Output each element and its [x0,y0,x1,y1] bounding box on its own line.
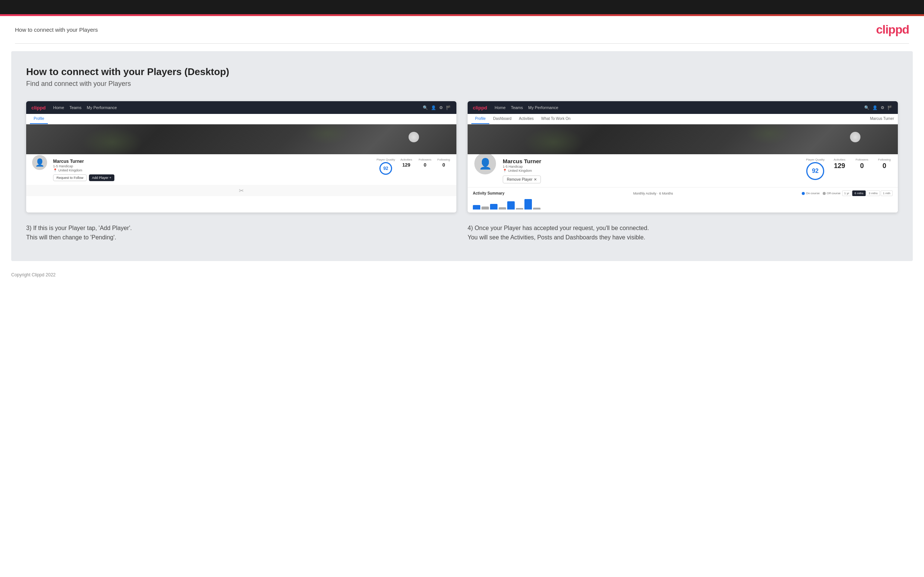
settings-icon-1[interactable]: ⚙ [439,105,443,110]
app-tabs-2: Profile Dashboard Activities What To Wor… [468,114,898,124]
followers-label-2: Followers [855,158,869,161]
chart-bars [473,198,893,210]
quality-circle-2: 92 [806,162,824,180]
page-header-title: How to connect with your Players [15,26,98,33]
time-1mth[interactable]: 1 mth [880,190,893,196]
time-6mths[interactable]: 6 mths [852,190,866,196]
remove-player-label: Remove Player [507,177,532,182]
following-stat-1: Following 0 [436,158,451,168]
location-pin-icon-1: 📍 [53,168,57,172]
hero-image-2 [468,124,898,154]
tab-whattoworkon-2[interactable]: What To Work On [538,114,575,124]
app-logo-2: clippd [473,105,487,111]
quality-stat-1: Player Quality 92 [376,158,395,175]
description-right-text: 4) Once your Player has accepted your re… [468,225,649,240]
avatar-2: 👤 [473,152,497,175]
profile-row-2: 👤 Marcus Turner 1-5 Handicap 📍 United Ki… [468,154,898,187]
nav-home-2[interactable]: Home [494,105,506,110]
copyright-text: Copyright Clippd 2022 [11,272,56,277]
user-dropdown-2[interactable]: Marcus Turner [870,114,894,124]
nav-teams-2[interactable]: Teams [511,105,523,110]
tab-activities-2[interactable]: Activities [515,114,537,124]
screenshot-2: clippd Home Teams My Performance 🔍 👤 ⚙ 🏴… [468,101,898,213]
time-3mths[interactable]: 3 mths [866,190,880,196]
main-content: How to connect with your Players (Deskto… [11,51,913,261]
description-right: 4) Once your Player has accepted your re… [468,224,898,242]
location-pin-icon-2: 📍 [503,169,507,172]
bar-7 [524,199,532,210]
flag-icon-1[interactable]: 🏴 [446,105,451,110]
scissors-icon: ✂ [239,187,244,194]
nav-home-1[interactable]: Home [53,105,64,110]
avatar-1: 👤 [31,154,48,171]
nav-icons-1: 🔍 👤 ⚙ 🏴 [423,105,451,110]
search-icon-2[interactable]: 🔍 [864,105,869,110]
followers-stat-1: Followers 0 [418,158,433,168]
flag-icon-2[interactable]: 🏴 [887,105,893,110]
profile-section-1: 👤 Marcus Turner 1-5 Handicap 📍 United Ki… [26,154,456,185]
settings-icon-2[interactable]: ⚙ [880,105,884,110]
screenshot-1: clippd Home Teams My Performance 🔍 👤 ⚙ 🏴… [26,101,456,213]
activities-label-1: Activities [399,158,414,161]
following-stat-2: Following 0 [877,158,892,170]
app-navbar-1: clippd Home Teams My Performance 🔍 👤 ⚙ 🏴 [26,101,456,114]
header-divider [15,44,909,44]
close-icon: ✕ [534,177,537,182]
player-name-1: Marcus Turner [53,159,367,164]
player-location-2: 📍 United Kingdom [503,169,800,172]
nav-teams-1[interactable]: Teams [69,105,81,110]
activity-title: Activity Summary [473,191,504,195]
nav-icons-2: 🔍 👤 ⚙ 🏴 [864,105,893,110]
activities-stat-2: Activities 129 [832,158,847,170]
descriptions-row: 3) If this is your Player tap, 'Add Play… [26,224,898,242]
tab-dashboard-2[interactable]: Dashboard [489,114,515,124]
description-left-text: 3) If this is your Player tap, 'Add Play… [26,225,132,240]
top-bar [0,0,924,14]
description-left: 3) If this is your Player tap, 'Add Play… [26,224,456,242]
add-player-button[interactable]: Add Player + [89,174,115,181]
app-nav-links-2: Home Teams My Performance [494,105,864,110]
player-name-2: Marcus Turner [503,158,800,164]
time-1yr[interactable]: 1 yr [842,190,851,196]
legend-oncourse: On course [802,192,820,195]
profile-info-2: Marcus Turner 1-5 Handicap 📍 United King… [503,158,800,184]
quality-circle-1: 92 [380,162,392,175]
nav-myperformance-2[interactable]: My Performance [528,105,559,110]
bar-4 [499,207,506,210]
hero-image-1 [26,124,456,154]
time-buttons: 1 yr 6 mths 3 mths 1 mth [842,190,893,196]
search-icon-1[interactable]: 🔍 [423,105,428,110]
user-icon-2[interactable]: 👤 [872,105,878,110]
stats-section-1: Player Quality 92 Activities 129 Followe… [373,158,451,175]
user-icon-1[interactable]: 👤 [431,105,436,110]
tab-profile-2[interactable]: Profile [471,114,489,124]
header: How to connect with your Players clippd [0,16,924,44]
screenshot-blank-1: ✂ [26,185,456,196]
page-subtitle: Find and connect with your Players [26,80,898,88]
followers-stat-2: Followers 0 [855,158,869,170]
stats-row-2: Player Quality 92 Activities 129 Followe… [806,158,892,180]
nav-myperformance-1[interactable]: My Performance [87,105,117,110]
tab-profile-1[interactable]: Profile [30,114,48,124]
quality-label-2: Player Quality [806,158,825,161]
quality-label-1: Player Quality [376,158,395,161]
bar-8 [533,208,541,210]
profile-info-1: Marcus Turner 1-5 Handicap 📍 United King… [53,158,367,181]
activities-label-2: Activities [832,158,847,161]
player-handicap-1: 1-5 Handicap [53,164,367,168]
quality-stat-2: Player Quality 92 [806,158,825,180]
activity-header: Activity Summary Monthly Activity · 6 Mo… [473,190,893,196]
app-logo-1: clippd [31,105,45,111]
activity-controls: On course Off course 1 yr 6 mths 3 mths [802,190,893,196]
offcourse-dot [823,192,826,195]
player-handicap-2: 1-5 Handicap [503,165,800,168]
app-navbar-2: clippd Home Teams My Performance 🔍 👤 ⚙ 🏴 [468,101,898,114]
app-nav-links-1: Home Teams My Performance [53,105,423,110]
activity-period: Monthly Activity · 6 Months [633,192,673,195]
bar-1 [473,205,480,210]
request-follow-button[interactable]: Request to Follow [53,174,87,181]
following-value-2: 0 [877,162,892,170]
clippd-logo: clippd [876,23,909,37]
following-value-1: 0 [436,162,451,168]
remove-player-button[interactable]: Remove Player ✕ [503,176,541,184]
